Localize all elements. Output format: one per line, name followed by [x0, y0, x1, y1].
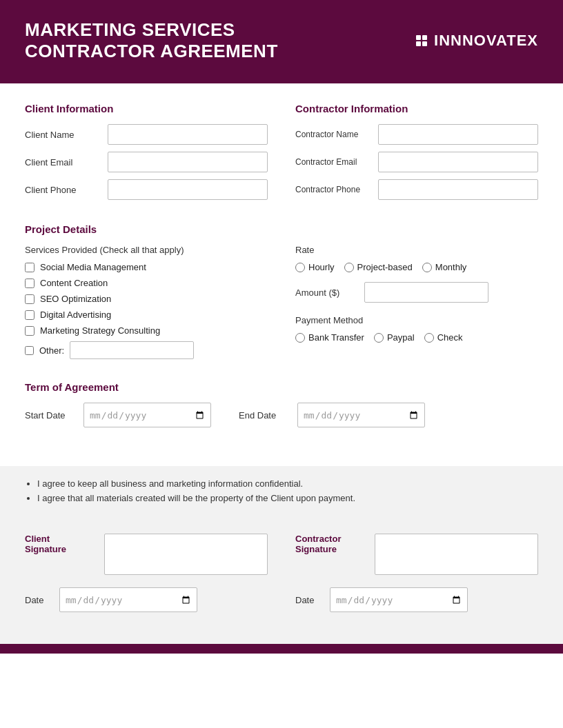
contractor-phone-row: Contractor Phone — [295, 179, 538, 200]
client-email-row: Client Email — [25, 152, 268, 172]
service-content-checkbox[interactable] — [25, 279, 34, 288]
title-line2: CONTRACTOR AGREEMENT — [25, 41, 278, 61]
service-digital-row: Digital Advertising — [25, 310, 268, 320]
client-name-label: Client Name — [25, 130, 101, 140]
rate-project-radio[interactable] — [344, 263, 354, 272]
payment-bank-option[interactable]: Bank Transfer — [295, 332, 364, 343]
rate-hourly-option[interactable]: Hourly — [295, 262, 335, 272]
contractor-name-input[interactable] — [378, 124, 538, 145]
payment-paypal-option[interactable]: Paypal — [374, 332, 415, 343]
company-logo: INNNOVATEX — [416, 32, 538, 50]
end-date-group: End Date — [239, 403, 425, 427]
contractor-date-group: Date — [295, 587, 538, 612]
client-phone-label: Client Phone — [25, 185, 101, 195]
service-other-row: Other: — [25, 341, 268, 359]
terms-item-1: I agree to keep all business and marketi… — [37, 478, 538, 489]
payment-check-radio[interactable] — [424, 333, 434, 343]
service-social-row: Social Media Management — [25, 262, 268, 272]
client-sig-label: ClientSignature — [25, 534, 97, 554]
payment-bank-label: Bank Transfer — [308, 332, 364, 343]
term-dates-row: Start Date End Date — [25, 403, 538, 427]
rate-hourly-label: Hourly — [308, 262, 335, 272]
main-content: Client Information Client Name Client Em… — [0, 83, 563, 447]
client-phone-row: Client Phone — [25, 179, 268, 200]
project-section-title: Project Details — [25, 223, 538, 235]
rate-monthly-option[interactable]: Monthly — [422, 262, 467, 272]
info-columns: Client Information Client Name Client Em… — [25, 103, 538, 207]
service-marketing-row: Marketing Strategy Consulting — [25, 325, 268, 336]
service-marketing-label: Marketing Strategy Consulting — [40, 325, 160, 336]
rate-monthly-radio[interactable] — [422, 263, 432, 272]
service-content-row: Content Creation — [25, 278, 268, 288]
service-content-label: Content Creation — [40, 278, 108, 288]
payment-paypal-radio[interactable] — [374, 333, 384, 343]
rate-project-label: Project-based — [357, 262, 413, 272]
contractor-section-title: Contractor Information — [295, 103, 538, 114]
contractor-sig-row: ContractorSignature — [295, 534, 538, 575]
contractor-date-col: Date — [295, 587, 538, 612]
terms-item-2: I agree that all materials created will … — [37, 493, 538, 503]
amount-input[interactable] — [364, 282, 488, 303]
client-sig-box[interactable] — [104, 534, 268, 575]
service-marketing-checkbox[interactable] — [25, 326, 34, 336]
contractor-name-label: Contractor Name — [295, 130, 371, 141]
terms-list: I agree to keep all business and marketi… — [37, 478, 538, 503]
rate-options-row: Hourly Project-based Monthly — [295, 262, 538, 272]
start-date-input[interactable] — [83, 403, 211, 427]
rate-project-option[interactable]: Project-based — [344, 262, 413, 272]
footer-bar — [0, 644, 563, 654]
start-date-group: Start Date — [25, 403, 211, 427]
contractor-phone-input[interactable] — [378, 179, 538, 200]
contractor-sig-label: ContractorSignature — [295, 534, 368, 554]
logo-text: INNNOVATEX — [434, 32, 538, 50]
rate-monthly-label: Monthly — [435, 262, 467, 272]
end-date-label: End Date — [239, 410, 290, 421]
services-col: Services Provided (Check all that apply)… — [25, 245, 268, 365]
services-label: Services Provided (Check all that apply) — [25, 245, 268, 255]
project-section: Project Details Services Provided (Check… — [25, 223, 538, 365]
header: MARKETING SERVICES CONTRACTOR AGREEMENT … — [0, 0, 563, 81]
payment-bank-radio[interactable] — [295, 333, 305, 343]
client-phone-input[interactable] — [108, 179, 268, 200]
service-social-checkbox[interactable] — [25, 263, 34, 272]
service-other-input[interactable] — [70, 341, 194, 359]
logo-icon — [416, 35, 427, 46]
service-seo-checkbox[interactable] — [25, 294, 34, 304]
service-other-label: Other: — [39, 345, 64, 356]
client-date-input[interactable] — [59, 587, 197, 612]
amount-row: Amount ($) — [295, 282, 538, 303]
terms-box: I agree to keep all business and marketi… — [0, 466, 563, 520]
service-seo-label: SEO Optimization — [40, 294, 111, 304]
contractor-email-input[interactable] — [378, 152, 538, 172]
payment-options-row: Bank Transfer Paypal Check — [295, 332, 538, 343]
contractor-phone-label: Contractor Phone — [295, 185, 371, 196]
sig-columns: ClientSignature ContractorSignature — [25, 534, 538, 575]
start-date-label: Start Date — [25, 410, 77, 421]
client-name-input[interactable] — [108, 124, 268, 145]
client-email-label: Client Email — [25, 157, 101, 168]
client-date-label: Date — [25, 595, 52, 605]
service-digital-label: Digital Advertising — [40, 310, 111, 320]
rate-hourly-radio[interactable] — [295, 263, 305, 272]
client-sig-col: ClientSignature — [25, 534, 268, 575]
end-date-input[interactable] — [297, 403, 425, 427]
contractor-email-row: Contractor Email — [295, 152, 538, 172]
client-section-title: Client Information — [25, 103, 268, 114]
term-section-title: Term of Agreement — [25, 381, 538, 393]
service-digital-checkbox[interactable] — [25, 310, 34, 320]
contractor-name-row: Contractor Name — [295, 124, 538, 145]
contractor-sig-box[interactable] — [375, 534, 538, 575]
date-columns: Date Date — [25, 587, 538, 612]
rate-label: Rate — [295, 245, 538, 255]
service-other-checkbox[interactable] — [25, 346, 34, 355]
client-email-input[interactable] — [108, 152, 268, 172]
contractor-sig-col: ContractorSignature — [295, 534, 538, 575]
rate-col: Rate Hourly Project-based Monthly — [295, 245, 538, 352]
payment-paypal-label: Paypal — [387, 332, 415, 343]
client-name-row: Client Name — [25, 124, 268, 145]
payment-check-option[interactable]: Check — [424, 332, 463, 343]
title-line1: MARKETING SERVICES — [25, 19, 235, 40]
contractor-date-input[interactable] — [330, 587, 468, 612]
project-columns: Services Provided (Check all that apply)… — [25, 245, 538, 365]
client-info-col: Client Information Client Name Client Em… — [25, 103, 268, 207]
